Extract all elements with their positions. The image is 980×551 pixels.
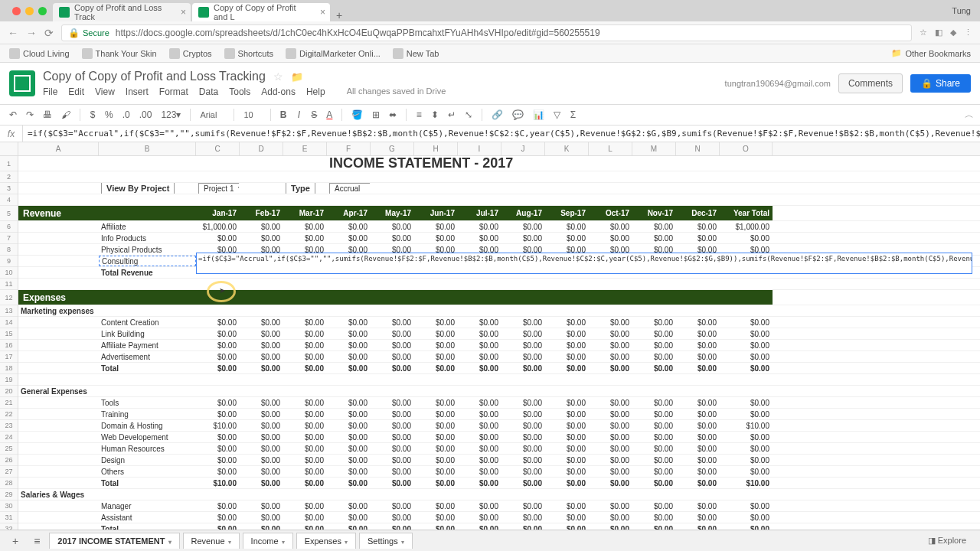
col-header[interactable]: G [371, 142, 414, 155]
close-tab-icon[interactable]: × [320, 7, 325, 18]
cell[interactable]: $0.00 [240, 478, 283, 488]
cell[interactable] [545, 374, 589, 385]
cell[interactable]: $0.00 [240, 466, 283, 477]
cell[interactable] [501, 183, 545, 194]
borders-button[interactable]: ⊞ [369, 109, 383, 120]
cell[interactable]: $0.00 [371, 512, 414, 523]
cell[interactable]: Others [99, 466, 196, 477]
cell[interactable]: $0.00 [414, 363, 458, 373]
cell[interactable]: $0.00 [501, 397, 545, 408]
cell[interactable]: $0.00 [327, 351, 371, 362]
menu-icon[interactable]: ⋮ [964, 28, 972, 37]
cell[interactable]: Domain & Hosting [99, 420, 196, 431]
cell[interactable]: $0.00 [371, 478, 414, 488]
cell[interactable]: Feb-17 [240, 206, 283, 220]
cell[interactable]: $0.00 [196, 317, 240, 328]
cell[interactable] [414, 194, 458, 205]
cell[interactable]: $0.00 [632, 233, 676, 243]
share-button[interactable]: 🔒 Share [910, 74, 971, 93]
merge-button[interactable]: ⬌ [386, 109, 400, 120]
cell[interactable] [99, 374, 196, 385]
bookmark-item[interactable]: Thank Your Skin [82, 48, 157, 59]
cell[interactable]: $0.00 [676, 221, 720, 232]
cell[interactable]: Accrual [327, 183, 371, 194]
cell[interactable] [589, 305, 632, 316]
cell[interactable]: $0.00 [676, 512, 720, 523]
bookmark-item[interactable]: New Tab [393, 48, 439, 59]
percent-button[interactable]: % [102, 109, 116, 120]
cell[interactable]: $0.00 [371, 409, 414, 419]
col-header[interactable]: B [99, 142, 196, 155]
cell[interactable]: $0.00 [458, 512, 501, 523]
forward-button[interactable]: → [26, 27, 37, 39]
cell[interactable]: $0.00 [371, 420, 414, 431]
cell[interactable]: $0.00 [283, 363, 327, 373]
cell[interactable] [327, 374, 371, 385]
cell[interactable] [18, 171, 99, 182]
cell[interactable]: Total [99, 478, 196, 488]
cell[interactable] [18, 267, 99, 278]
cell[interactable] [458, 171, 501, 182]
cell[interactable]: $0.00 [501, 351, 545, 362]
row-header[interactable]: 21 [0, 397, 18, 409]
cell[interactable] [99, 156, 196, 171]
cell[interactable]: $1,000.00 [720, 221, 773, 232]
cell[interactable] [99, 206, 196, 220]
cell[interactable]: $0.00 [240, 455, 283, 465]
cell[interactable] [676, 171, 720, 182]
cell[interactable] [196, 194, 240, 205]
cell[interactable] [458, 374, 501, 385]
cell[interactable]: $0.00 [196, 432, 240, 442]
cell[interactable] [196, 386, 240, 396]
cell[interactable]: $0.00 [545, 455, 589, 465]
cell[interactable]: Manager [99, 500, 196, 511]
cell[interactable]: Info Products [99, 233, 196, 243]
cell[interactable]: $0.00 [501, 221, 545, 232]
cell[interactable]: $0.00 [545, 221, 589, 232]
cell[interactable]: $0.00 [327, 512, 371, 523]
row-header[interactable]: 3 [0, 183, 18, 194]
row-header[interactable]: 18 [0, 363, 18, 374]
cell[interactable] [327, 290, 371, 305]
cell[interactable] [18, 183, 99, 194]
cell[interactable] [283, 305, 327, 316]
col-header[interactable]: O [720, 142, 773, 155]
cell[interactable]: $0.00 [676, 351, 720, 362]
cell[interactable] [458, 156, 501, 171]
cell[interactable]: $0.00 [589, 512, 632, 523]
cell[interactable]: $0.00 [414, 221, 458, 232]
cell[interactable] [414, 279, 458, 289]
cell[interactable]: Link Building [99, 328, 196, 339]
cell[interactable]: $0.00 [545, 500, 589, 511]
cell[interactable]: Jun-17 [414, 206, 458, 220]
col-header[interactable]: K [545, 142, 589, 155]
cell[interactable]: $0.00 [283, 512, 327, 523]
cell[interactable] [632, 290, 676, 305]
cell[interactable]: $0.00 [283, 317, 327, 328]
col-header[interactable]: C [196, 142, 240, 155]
cell[interactable]: $0.00 [240, 432, 283, 442]
cell[interactable]: $0.00 [283, 432, 327, 442]
cell[interactable]: $0.00 [720, 512, 773, 523]
cell[interactable]: $0.00 [458, 363, 501, 373]
sheet-tab[interactable]: Income▾ [243, 533, 293, 549]
cell[interactable]: $0.00 [414, 455, 458, 465]
cell[interactable] [458, 386, 501, 396]
cell[interactable]: $0.00 [676, 340, 720, 350]
cell[interactable]: $0.00 [720, 432, 773, 442]
cell[interactable]: $0.00 [458, 443, 501, 454]
cell[interactable]: $0.00 [720, 466, 773, 477]
cell[interactable]: $0.00 [283, 233, 327, 243]
cell[interactable] [371, 279, 414, 289]
cell[interactable] [18, 194, 99, 205]
cell[interactable]: $0.00 [501, 466, 545, 477]
row-header[interactable]: 28 [0, 478, 18, 489]
cell[interactable]: $0.00 [196, 512, 240, 523]
cell[interactable] [327, 305, 371, 316]
cell[interactable] [676, 194, 720, 205]
row-header[interactable]: 4 [0, 194, 18, 206]
cell[interactable] [632, 156, 676, 171]
menu-format[interactable]: Format [159, 86, 188, 97]
cell[interactable]: $0.00 [458, 351, 501, 362]
cell[interactable] [99, 194, 196, 205]
